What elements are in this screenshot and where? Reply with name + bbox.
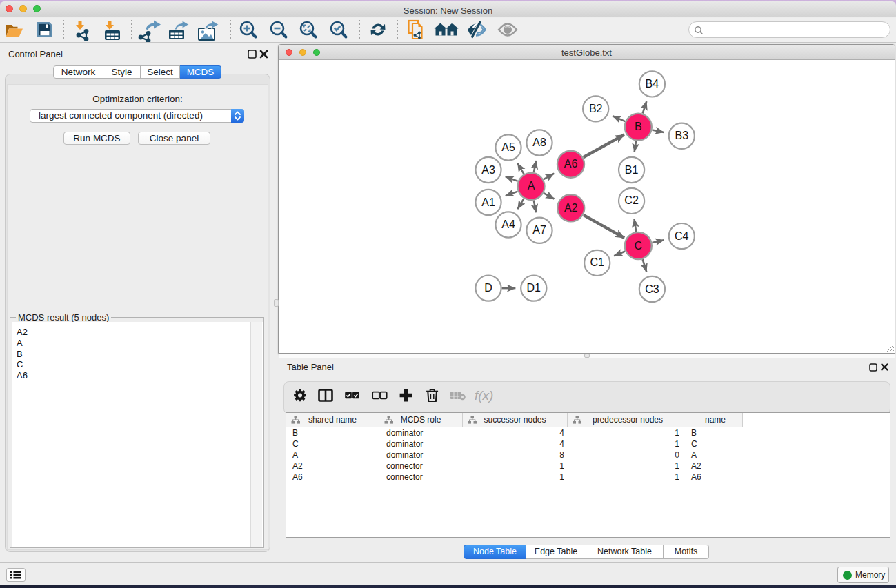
svg-text:B4: B4	[646, 78, 659, 90]
svg-text:A4: A4	[501, 219, 515, 230]
svg-text:C4: C4	[675, 230, 689, 242]
svg-text:A7: A7	[532, 224, 546, 236]
svg-text:B1: B1	[625, 164, 639, 176]
svg-text:A: A	[528, 180, 535, 192]
svg-text:C: C	[635, 240, 643, 252]
svg-text:C2: C2	[624, 194, 639, 206]
svg-text:A2: A2	[564, 202, 578, 214]
svg-text:A5: A5	[501, 141, 515, 153]
svg-text:D: D	[484, 282, 492, 294]
svg-text:A3: A3	[481, 164, 495, 176]
svg-text:A1: A1	[481, 196, 495, 208]
svg-text:f(x): f(x)	[475, 388, 493, 403]
svg-text:C3: C3	[645, 283, 659, 295]
svg-text:B: B	[635, 121, 642, 132]
svg-text:B3: B3	[675, 130, 689, 141]
svg-text:C1: C1	[590, 256, 604, 268]
svg-text:A8: A8	[532, 136, 546, 148]
svg-text:B2: B2	[589, 103, 603, 114]
svg-text:D1: D1	[527, 282, 541, 294]
svg-text:A6: A6	[564, 158, 578, 170]
